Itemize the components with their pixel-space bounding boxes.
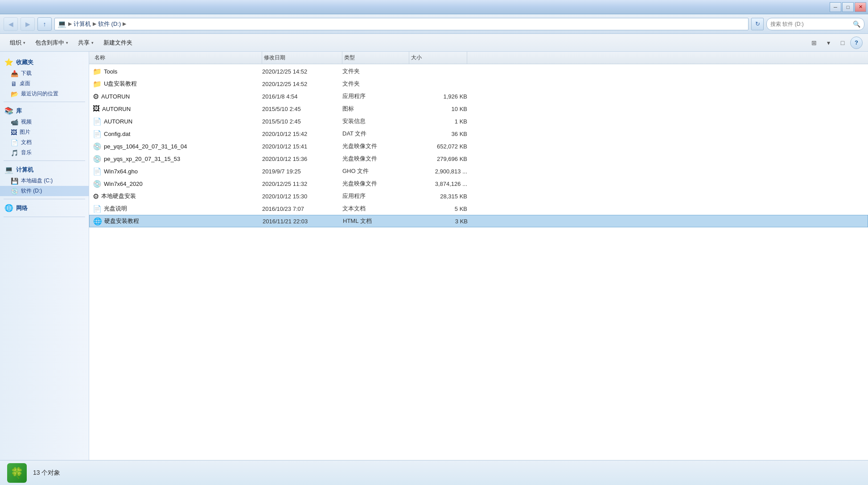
sidebar-section-header[interactable]: 📚库 [0,105,89,117]
sidebar-item[interactable]: 🎵音乐 [0,148,89,158]
table-row[interactable]: 📄 Config.dat 2020/10/12 15:42 DAT 文件 36 … [89,127,868,140]
table-row[interactable]: ⚙ AUTORUN 2016/1/8 4:54 应用程序 1,926 KB [89,90,868,103]
new-folder-button[interactable]: 新建文件夹 [99,36,137,49]
item-label: 下载 [21,70,32,77]
table-row[interactable]: 📄 Win7x64.gho 2019/9/7 19:25 GHO 文件 2,90… [89,165,868,177]
share-button[interactable]: 共享 ▾ [74,36,98,49]
file-size: 1 KB [409,118,467,125]
table-row[interactable]: 📄 光盘说明 2016/10/23 7:07 文本文档 5 KB [89,202,868,215]
table-row[interactable]: 📁 U盘安装教程 2020/12/25 14:52 文件夹 [89,78,868,90]
file-icon: ⚙ [93,92,99,101]
sidebar-item[interactable]: 📂最近访问的位置 [0,89,89,99]
file-icon: 📄 [93,205,102,213]
include-arrow: ▾ [66,41,68,45]
file-type: 光盘映像文件 [342,155,409,163]
table-row[interactable]: 🌐 硬盘安装教程 2016/11/21 22:03 HTML 文档 3 KB [89,215,868,227]
file-icon: ⚙ [93,192,99,201]
table-row[interactable]: 💿 Win7x64_2020 2020/12/25 11:32 光盘映像文件 3… [89,177,868,190]
section-label: 库 [16,107,22,115]
table-row[interactable]: 💿 pe_yqs_xp_20_07_31_15_53 2020/10/12 15… [89,152,868,165]
minimize-button[interactable]: ─ [830,2,841,12]
sidebar-item[interactable]: 📹视频 [0,117,89,127]
titlebar-buttons: ─ □ ✕ [830,2,866,12]
file-icon: 💿 [93,155,102,163]
share-label: 共享 [78,39,90,47]
path-drive[interactable]: 软件 (D:) [98,20,121,28]
file-size: 2,900,813 ... [409,168,467,175]
forward-button[interactable]: ▶ [21,17,35,31]
sidebar-item[interactable]: 🖼图片 [0,127,89,137]
view-mode-button[interactable]: ⊞ [807,37,821,49]
table-row[interactable]: ⚙ 本地硬盘安装 2020/10/12 15:30 应用程序 28,315 KB [89,190,868,202]
col-header-size[interactable]: 大小 [409,52,467,64]
path-computer[interactable]: 计算机 [74,20,91,28]
back-icon: ◀ [8,21,13,28]
file-size: 652,072 KB [409,143,467,150]
item-label: 桌面 [20,80,30,87]
status-app-icon: 🍀 [7,463,27,483]
sidebar-item[interactable]: 💿软件 (D:) [0,186,89,196]
sidebar-section-header[interactable]: 🌐网络 [0,202,89,214]
file-type: 光盘映像文件 [342,142,409,150]
section-label: 网络 [16,204,28,212]
organize-button[interactable]: 组织 ▾ [5,36,30,49]
sidebar-section: ⭐收藏夹📥下载🖥桌面📂最近访问的位置 [0,56,89,99]
sidebar-item[interactable]: 🖥桌面 [0,78,89,89]
address-bar: ◀ ▶ ↑ 💻 ▶ 计算机 ▶ 软件 (D:) ▶ ↻ 🔍 [0,14,868,34]
table-row[interactable]: 🖼 AUTORUN 2015/5/10 2:45 图标 10 KB [89,103,868,115]
col-header-type[interactable]: 类型 [342,52,409,64]
up-button[interactable]: ↑ [37,17,52,31]
section-icon: ⭐ [4,58,13,66]
file-size: 10 KB [409,106,467,112]
sidebar-section-header[interactable]: ⭐收藏夹 [0,56,89,68]
table-row[interactable]: 📁 Tools 2020/12/25 14:52 文件夹 [89,65,868,78]
close-button[interactable]: ✕ [855,2,866,12]
table-row[interactable]: 📄 AUTORUN 2015/5/10 2:45 安装信息 1 KB [89,115,868,127]
file-type: 应用程序 [342,192,409,200]
search-input[interactable] [770,21,851,27]
address-path[interactable]: 💻 ▶ 计算机 ▶ 软件 (D:) ▶ [54,18,749,30]
file-icon: 📄 [93,117,102,126]
file-name: 📁 Tools [93,67,262,76]
sidebar-section-header[interactable]: 💻计算机 [0,164,89,176]
organize-arrow: ▾ [23,41,25,45]
item-label: 本地磁盘 (C:) [21,177,53,185]
organize-label: 组织 [10,39,21,47]
help-button[interactable]: ? [850,37,863,49]
maximize-button[interactable]: □ [842,2,854,12]
file-icon: 📁 [93,80,102,88]
section-icon: 🌐 [4,204,13,212]
item-label: 最近访问的位置 [21,90,58,98]
item-icon: 💿 [11,188,18,195]
file-icon: 📄 [93,130,102,138]
file-size: 279,696 KB [409,156,467,162]
file-date: 2015/5/10 2:45 [262,118,342,125]
sidebar-section: 💻计算机💾本地磁盘 (C:)💿软件 (D:) [0,164,89,196]
table-row[interactable]: 💿 pe_yqs_1064_20_07_31_16_04 2020/10/12 … [89,140,868,152]
file-size: 3,874,126 ... [409,181,467,187]
file-date: 2016/10/23 7:07 [262,206,342,212]
view-options-button[interactable]: ▾ [822,37,835,49]
col-header-date[interactable]: 修改日期 [262,52,342,64]
item-label: 音乐 [21,149,32,156]
sidebar-item[interactable]: 📄文档 [0,137,89,148]
file-date: 2016/1/8 4:54 [262,93,342,100]
preview-pane-button[interactable]: □ [836,37,849,49]
search-icon[interactable]: 🔍 [853,21,860,28]
file-size: 3 KB [410,218,468,225]
section-label: 收藏夹 [16,58,33,66]
file-type: HTML 文档 [343,217,410,225]
file-name: 💿 Win7x64_2020 [93,180,262,188]
col-header-name[interactable]: 名称 [93,52,262,64]
file-name: 📄 AUTORUN [93,117,262,126]
sidebar-item[interactable]: 💾本地磁盘 (C:) [0,176,89,186]
back-button[interactable]: ◀ [4,17,18,31]
file-icon: 💿 [93,142,102,151]
include-library-button[interactable]: 包含到库中 ▾ [31,36,73,49]
item-label: 视频 [21,118,32,126]
include-label: 包含到库中 [35,39,64,47]
refresh-button[interactable]: ↻ [751,18,764,30]
sidebar-item[interactable]: 📥下载 [0,68,89,78]
file-icon: 📄 [93,167,102,176]
up-icon: ↑ [43,21,46,28]
